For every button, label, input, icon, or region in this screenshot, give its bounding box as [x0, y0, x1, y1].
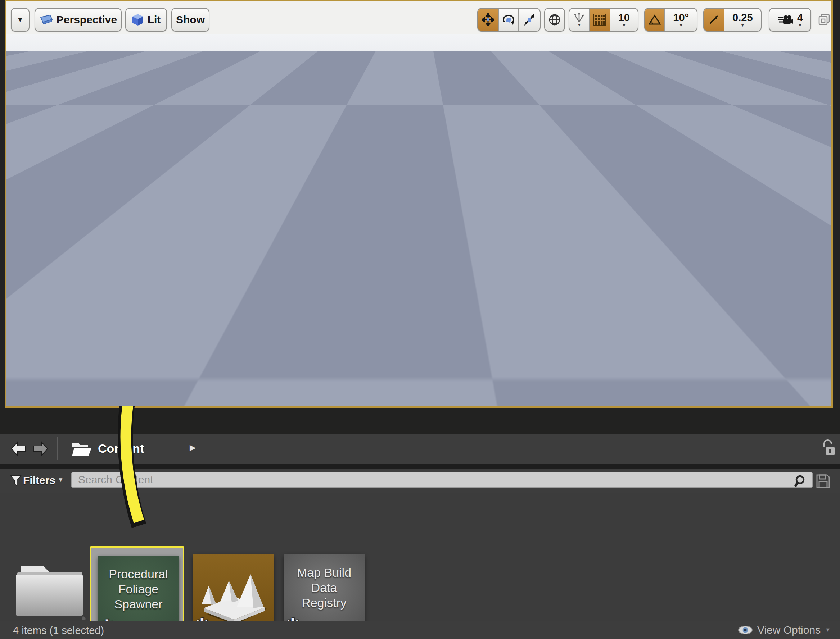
- content-browser: Content ▶ Filters ▼: [0, 434, 840, 639]
- thumbnail-text: Procedural Foliage Spawner: [102, 566, 175, 612]
- scale-snap-group: 0.25: [703, 8, 762, 32]
- search-icon: [794, 474, 808, 489]
- forward-arrow-icon[interactable]: [32, 441, 49, 457]
- coordinate-system-group: [544, 8, 565, 32]
- breadcrumb-arrow-icon[interactable]: ▶: [190, 443, 196, 452]
- scale-snap-icon: [708, 14, 719, 25]
- lock-icon[interactable]: [821, 439, 836, 458]
- camera-speed-button[interactable]: 4: [770, 9, 810, 31]
- rotation-snap-caret-icon: [679, 23, 683, 27]
- rotation-snap-group: 10°: [644, 8, 698, 32]
- show-label: Show: [176, 14, 205, 26]
- maximize-viewport-icon[interactable]: [818, 13, 830, 26]
- transform-tools-group: [477, 8, 540, 32]
- rotation-snap-value-button[interactable]: 10°: [665, 9, 697, 31]
- thumbnail-text: Map Build Data Registry: [287, 565, 361, 610]
- perspective-button[interactable]: Perspective: [35, 8, 122, 32]
- unreal-editor-window: Perspective Lit Show: [0, 0, 840, 639]
- grid-snap-value: 10: [618, 12, 630, 23]
- filter-funnel-icon: [10, 475, 22, 487]
- scale-snap-value: 0.25: [732, 12, 752, 23]
- content-browser-filterbar: Filters ▼: [0, 469, 840, 493]
- panel-gap: [0, 408, 840, 434]
- globe-icon: [548, 13, 561, 26]
- asset-grid: KiteDemo Procedural Foliage Spawner ✱ PF…: [0, 493, 840, 621]
- scale-snap-value-button[interactable]: 0.25: [724, 9, 761, 31]
- move-tool-button[interactable]: [478, 9, 499, 31]
- grid-snap-toggle-button[interactable]: [590, 9, 610, 31]
- rotation-snap-value: 10°: [673, 12, 689, 23]
- search-input[interactable]: [71, 472, 813, 488]
- view-options-label: View Options: [757, 624, 821, 636]
- panel-divider: [0, 464, 840, 469]
- viewport-floor[interactable]: [6, 51, 831, 406]
- camera-speed-group: 4: [769, 8, 811, 32]
- content-browser-navbar: Content ▶: [0, 434, 840, 464]
- viewport-3d[interactable]: [5, 0, 833, 408]
- grid-snap-caret-icon: [622, 23, 626, 27]
- camera-speed-caret-icon: [798, 23, 802, 27]
- rotation-snap-toggle-button[interactable]: [645, 9, 665, 31]
- content-browser-statusbar: 4 items (1 selected) View Options ▼: [0, 621, 840, 639]
- surface-snap-caret-icon: [577, 23, 581, 27]
- filters-caret-icon[interactable]: ▼: [57, 477, 64, 484]
- camera-icon: [777, 14, 793, 25]
- view-options-button[interactable]: View Options ▼: [738, 624, 830, 636]
- lit-mode-button[interactable]: Lit: [125, 8, 167, 32]
- lit-label: Lit: [148, 14, 161, 26]
- nav-separator: [57, 437, 57, 460]
- perspective-label: Perspective: [56, 14, 117, 26]
- angle-snap-icon: [649, 14, 661, 25]
- show-flags-button[interactable]: Show: [171, 8, 209, 32]
- save-search-icon[interactable]: [816, 474, 830, 489]
- rotate-tool-button[interactable]: [499, 9, 519, 31]
- viewport-options-button[interactable]: [11, 8, 30, 32]
- surface-snapping-button[interactable]: [569, 9, 590, 31]
- folder-large-icon: [11, 564, 88, 623]
- lit-cube-icon: [132, 13, 144, 26]
- view-options-caret-icon: ▼: [825, 627, 830, 633]
- items-count-status: 4 items (1 selected): [13, 625, 104, 636]
- scale-icon: [523, 13, 536, 26]
- breadcrumb-content[interactable]: Content: [98, 442, 144, 456]
- scale-snap-caret-icon: [740, 23, 744, 27]
- eye-icon: [738, 625, 753, 635]
- scale-snap-toggle-button[interactable]: [704, 9, 724, 31]
- move-icon: [481, 13, 494, 26]
- viewport-toolbar: Perspective Lit Show: [6, 2, 831, 34]
- scale-tool-button[interactable]: [519, 9, 540, 31]
- perspective-icon: [39, 14, 53, 25]
- grid-snap-group: 10: [569, 8, 638, 32]
- camera-speed-value: 4: [797, 12, 803, 23]
- back-arrow-icon[interactable]: [10, 441, 27, 457]
- filters-button[interactable]: Filters: [23, 474, 56, 486]
- grid-icon: [593, 14, 606, 26]
- grid-snap-value-button[interactable]: 10: [610, 9, 638, 31]
- surface-snapping-icon: [573, 13, 585, 23]
- world-local-toggle-button[interactable]: [545, 9, 564, 31]
- horizon-fade: [6, 51, 831, 83]
- rotate-icon: [502, 13, 515, 26]
- folder-open-icon: [70, 440, 92, 458]
